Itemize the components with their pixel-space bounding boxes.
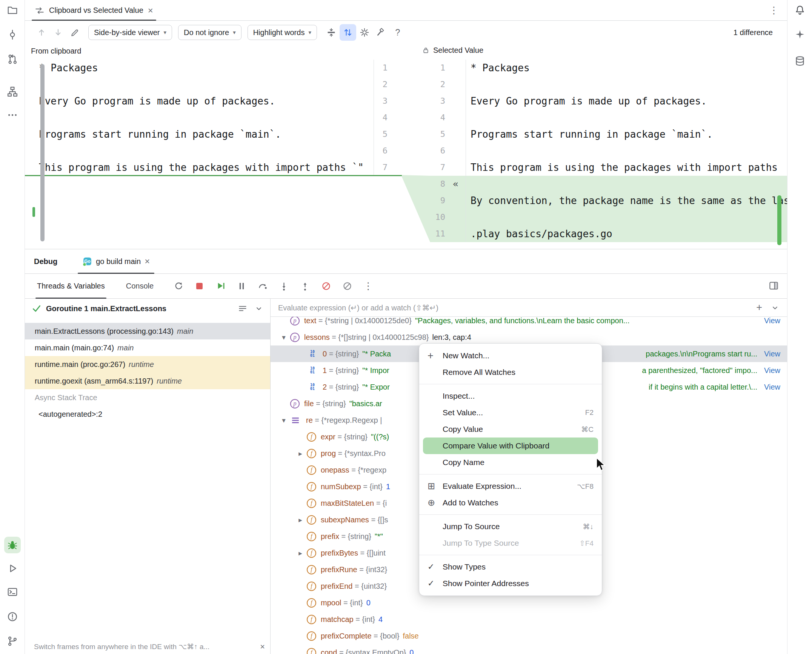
debug-tool-button[interactable] [4,537,21,553]
menu-item[interactable]: Remove All Watches [423,364,598,381]
menu-item[interactable] [419,555,602,555]
apply-change-marker[interactable] [453,143,466,159]
help-button[interactable] [389,24,406,41]
change-stripe-marker[interactable] [32,207,35,217]
left-scrollbar-thumb[interactable] [40,64,45,241]
diff-line[interactable]: 3 Every Go program is made up of package… [430,93,787,109]
frame-row[interactable]: main.ExtractLessons (processing.go:143) … [25,323,270,339]
menu-item[interactable]: Set Value... F2 [423,404,598,421]
resume-button[interactable] [215,281,226,292]
diff-line[interactable]: This program is using the packages with … [25,159,402,176]
stop-button[interactable] [194,281,205,292]
view-link[interactable]: View [764,350,780,358]
menu-item[interactable] [419,474,602,474]
menu-item[interactable]: Compare Value with Clipboard [423,438,598,454]
thread-selector[interactable]: Goroutine 1 main.ExtractLessons [25,299,270,318]
view-link[interactable]: View [764,366,780,375]
ai-assistant-button[interactable] [792,26,808,43]
variable-row[interactable]: cond = {syntax.EmptyOp} 0 View [271,644,787,654]
apply-change-marker[interactable] [453,192,466,209]
async-frame-row[interactable]: <autogenerated>:2 [25,406,270,422]
apply-change-marker[interactable] [453,159,466,176]
diff-line[interactable]: 4 [25,109,402,126]
apply-change-marker[interactable] [453,60,466,76]
collapse-unchanged-button[interactable] [323,24,340,41]
view-link[interactable]: View [764,383,780,391]
diff-line[interactable]: 2 [25,76,402,93]
step-out-button[interactable] [299,281,311,292]
threads-view-icon[interactable] [238,304,248,313]
menu-item[interactable]: Inspect... [423,388,598,404]
diff-left-pane[interactable]: * Packages 1 2 Every Go program is made … [25,60,402,176]
close-icon[interactable] [260,643,265,651]
diff-line[interactable]: 9 By convention, the package name is the… [430,192,787,209]
diff-line[interactable]: * Packages 1 [25,60,402,76]
variable-row[interactable]: matchcap = {int} 4 View [271,611,787,628]
apply-change-marker[interactable] [453,109,466,126]
tree-chevron-icon[interactable] [294,516,307,524]
step-over-button[interactable] [257,281,268,292]
diff-line[interactable]: Every Go program is made up of packages.… [25,93,402,109]
menu-item[interactable]: Show Pointer Addresses [423,575,598,592]
viewer-mode-dropdown[interactable]: Side-by-side viewer [88,25,172,40]
tree-chevron-icon[interactable] [277,416,290,425]
apply-change-marker[interactable] [453,209,466,226]
run-tool-button[interactable] [4,560,21,577]
pull-requests-button[interactable] [4,51,21,68]
close-icon[interactable] [148,6,153,15]
synchronize-scrolling-toggle[interactable] [340,24,356,41]
apply-change-marker[interactable] [453,226,466,242]
previous-difference-button[interactable] [33,24,50,41]
structure-button[interactable] [4,83,21,100]
view-breakpoints-button[interactable] [341,281,353,292]
menu-item[interactable]: Add to Watches [423,494,598,511]
settings-button[interactable] [356,24,373,41]
tab-threads-variables[interactable]: Threads & Variables [35,274,106,298]
kebab-menu-icon[interactable] [769,5,779,16]
menu-item[interactable]: New Watch... [423,347,598,364]
evaluate-expression-bar[interactable]: Evaluate expression (↵) or add a watch (… [271,299,787,317]
tree-chevron-icon[interactable] [294,549,307,557]
apply-change-marker[interactable] [453,76,466,93]
chevron-down-icon[interactable] [254,304,263,313]
frame-row[interactable]: runtime.goexit (asm_arm64.s:1197) runtim… [25,373,270,389]
next-difference-button[interactable] [50,24,66,41]
diff-line[interactable]: 6 [430,143,787,159]
menu-item[interactable]: Show Types [423,559,598,575]
chevron-down-icon[interactable] [770,303,780,312]
ignore-policy-dropdown[interactable]: Do not ignore [178,25,241,40]
step-into-button[interactable] [278,281,289,292]
diff-line[interactable]: 6 [25,143,402,159]
layout-settings-button[interactable] [769,281,779,291]
terminal-tool-button[interactable] [4,584,21,600]
edit-button[interactable] [66,24,83,41]
diff-line[interactable]: 1 * Packages [430,60,787,76]
menu-item[interactable]: Copy Name [423,454,598,471]
diff-line[interactable]: 7 This program is using the packages wit… [430,159,787,176]
close-icon[interactable] [145,257,150,266]
diff-right-pane[interactable]: 1 * Packages 2 3 Every Go program is m [430,60,787,242]
database-button[interactable] [792,53,808,69]
problems-tool-button[interactable] [4,608,21,625]
external-tools-button[interactable] [373,24,389,41]
tree-chevron-icon[interactable] [294,449,307,458]
version-control-button[interactable] [4,633,21,649]
notifications-button[interactable] [792,2,808,18]
run-configuration-tab[interactable]: Go go build main [78,249,154,273]
menu-item[interactable]: Copy Value ⌘C [423,421,598,438]
diff-line[interactable]: 10 [430,209,787,226]
right-scrollbar-change-thumb[interactable] [777,195,781,245]
tab-console[interactable]: Console [125,274,155,298]
apply-change-marker[interactable] [453,93,466,109]
rerun-button[interactable] [172,281,184,292]
diff-line[interactable]: Programs start running in package `main`… [25,126,402,143]
diff-line[interactable]: 11 .play basics/packages.go [430,226,787,242]
commit-button[interactable] [4,26,21,43]
highlight-policy-dropdown[interactable]: Highlight words [248,25,317,40]
mute-breakpoints-button[interactable] [320,281,332,292]
more-tools-button[interactable] [4,107,21,123]
frame-row[interactable]: runtime.main (proc.go:267) runtime [25,356,270,373]
menu-item[interactable]: Jump To Source ⌘↓ [423,518,598,535]
menu-item[interactable]: Jump To Type Source ⇧F4 [423,535,598,551]
diff-editor-tab[interactable]: Clipboard vs Selected Value [32,0,156,21]
